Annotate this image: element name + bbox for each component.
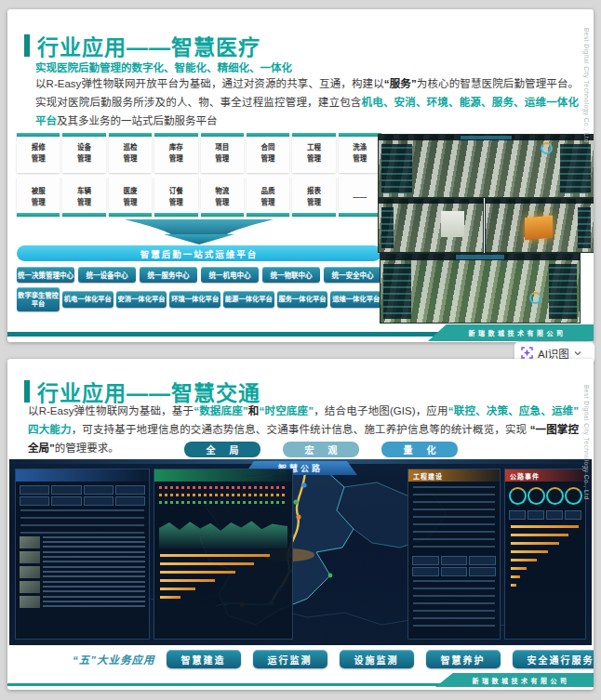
hospital-dashboard-screenshot-3 (485, 198, 594, 253)
title-accent-bar (24, 380, 30, 403)
platform-button: 环境一体化平台 (169, 291, 220, 308)
module-cell: 报修管理 (17, 133, 60, 173)
unified-centers-row: 统一决策管理中心统一设备中心统一服务中心统一机电中心统一物联中心统一安全中心 (17, 267, 381, 283)
slide1-footer: 新瑞数城技术有限公司 (7, 324, 594, 341)
module-grid-row2: 被服管理车辆管理医废管理订餐管理物流管理品质管理报表管理—— (17, 177, 381, 217)
platform-button: 能源一体化平台 (223, 291, 274, 308)
module-cell: 品质管理 (247, 177, 289, 217)
module-cell: 车辆管理 (62, 177, 105, 217)
platform-banner: 智慧后勤一站式运维平台 (17, 245, 381, 261)
hospital-dashboard-screenshot-1 (378, 134, 594, 198)
platform-button: 运维一体化平台 (330, 291, 381, 308)
biz-button: 智慧建造 (167, 650, 241, 668)
center-button: 统一服务中心 (140, 267, 197, 283)
slide-smart-traffic[interactable]: 行业应用——智慧交通 以R-Easy弹性物联网为基础，基于“数据底座”和“时空底… (7, 359, 594, 690)
biz-button: 智慧养护 (426, 650, 501, 668)
platform-button: 安消一体化平台 (116, 291, 167, 308)
dashboard-panel-construction: 工程建设 (407, 469, 501, 640)
hospital-dashboard-screenshot-4 (380, 253, 581, 324)
chevron-down-icon (574, 350, 581, 356)
biz-button: 安全通行服务 (513, 650, 594, 668)
ai-scan-icon (521, 347, 533, 359)
funnel-arrow (17, 219, 381, 245)
company-name-band: 新瑞数城技术有限公司 (435, 673, 594, 687)
hospital-dashboard-screenshot-2 (378, 198, 484, 253)
slide2-footer: 新瑞数城技术有限公司 (7, 673, 594, 690)
biz-button: 运行监测 (253, 650, 327, 668)
biz-button: 设施监测 (340, 650, 414, 668)
module-cell: 被服管理 (17, 177, 60, 217)
center-button: 统一安全中心 (324, 267, 381, 283)
module-cell: 报表管理 (292, 177, 335, 217)
platforms-row: 数字孪生管控平台机电一体化平台安消一体化平台环境一体化平台能源一体化平台服务一体… (17, 287, 381, 311)
module-cell: 物流管理 (201, 177, 244, 217)
view-mode-buttons: 全 局宏 观量 化 (184, 442, 458, 457)
dashboard-panel-events: 公路事件 (504, 469, 586, 640)
module-cell: 合同管理 (247, 133, 289, 173)
module-cell: 洗涤管理 (339, 133, 381, 173)
center-button: 统一机电中心 (201, 267, 259, 283)
module-grid-row1: 报修管理设备管理巡检管理库存管理项目管理合同管理工程管理洗涤管理 (17, 133, 381, 173)
view-mode-button: 量 化 (381, 442, 458, 457)
dashboard-panel-left-2 (154, 469, 293, 640)
center-button: 统一决策管理中心 (17, 267, 74, 283)
view-mode-button: 全 局 (184, 442, 260, 457)
company-name-band: 新瑞数城技术有限公司 (428, 324, 594, 341)
platform-button: 机电一体化平台 (62, 291, 114, 308)
biz-label: “五”大业务应用 (73, 652, 155, 667)
side-watermark: Best Digital City Technology Co., Ltd (583, 28, 590, 143)
platform-button: 服务一体化平台 (277, 291, 328, 308)
biz-buttons: 智慧建造运行监测设施监测智慧养护安全通行服务 (167, 650, 594, 668)
module-cell: 工程管理 (292, 133, 335, 173)
module-cell: 订餐管理 (154, 177, 197, 217)
module-cell: 库存管理 (154, 133, 197, 173)
center-button: 统一物联中心 (262, 267, 320, 283)
title-accent-bar (24, 34, 30, 57)
page-title: 行业应用——智慧医疗 (37, 30, 260, 61)
platform-button: 数字孪生管控平台 (17, 287, 60, 311)
module-cell: 项目管理 (201, 133, 244, 173)
side-watermark: Best Digital City Technology Co., Ltd (583, 385, 590, 500)
view-mode-button: 宏 观 (283, 442, 359, 457)
module-cell: 医废管理 (109, 177, 152, 217)
traffic-dashboard-screenshot: 智慧公路 工程建设 (9, 459, 592, 645)
module-cell: 设备管理 (62, 133, 105, 173)
module-cell: 巡检管理 (109, 133, 152, 173)
business-applications-row: “五”大业务应用 智慧建造运行监测设施监测智慧养护安全通行服务 (73, 650, 594, 668)
document-preview-page: 行业应用——智慧医疗 实现医院后勤管理的数字化、智能化、精细化、一体化 以R-E… (0, 0, 601, 700)
slide1-title: 行业应用——智慧医疗 (24, 30, 260, 61)
slide1-subtitle: 实现医院后勤管理的数字化、智能化、精细化、一体化 (35, 59, 292, 74)
slide-smart-medical[interactable]: 行业应用——智慧医疗 实现医院后勤管理的数字化、智能化、精细化、一体化 以R-E… (7, 9, 594, 342)
slide1-paragraph: 以R-Easy弹性物联网开放平台为基础，通过对资源的共享、互通，构建以“服务”为… (35, 74, 579, 130)
dashboard-panel-left-1 (15, 469, 150, 640)
center-button: 统一设备中心 (78, 267, 136, 283)
module-cell: —— (339, 177, 381, 217)
